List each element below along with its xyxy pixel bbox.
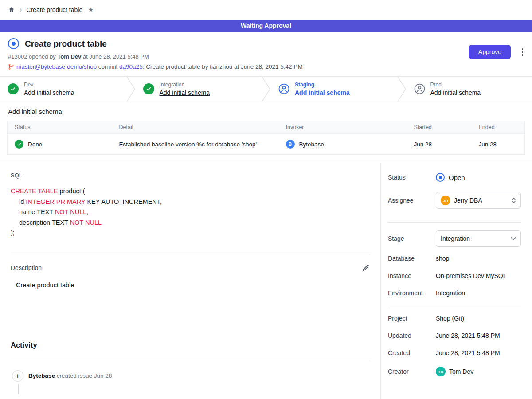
task-row[interactable]: Done Established baseline version %s for… xyxy=(8,134,525,155)
col-header-ended: Ended xyxy=(472,121,525,134)
edit-description-icon[interactable] xyxy=(362,264,370,272)
invoker-avatar: B xyxy=(286,140,295,149)
divider xyxy=(388,307,521,307)
assignee-name: Jerry DBA xyxy=(454,197,482,204)
commit-word: commit xyxy=(98,63,118,70)
col-header-status: Status xyxy=(8,121,112,134)
divider xyxy=(11,360,370,360)
divider xyxy=(11,254,370,254)
commit-line: master@bytebase-demo/shop commit da90a25… xyxy=(8,63,524,70)
issue-header: Create product table #13002 opened by To… xyxy=(0,32,532,76)
stage-person-icon xyxy=(414,83,425,94)
git-branch-icon xyxy=(8,63,14,70)
task-section: Add initial schema Status Detail Invoker… xyxy=(0,101,532,163)
stage-select-label: Stage xyxy=(388,235,436,242)
assignee-label: Assignee xyxy=(388,197,436,204)
stage-name: Prod xyxy=(430,82,481,88)
invoker-name: Bytebase xyxy=(299,141,324,148)
more-menu-icon[interactable] xyxy=(520,47,525,58)
done-icon xyxy=(15,140,23,149)
cell-status: Done xyxy=(8,134,112,155)
cell-invoker: B Bytebase xyxy=(279,134,407,155)
page-title: Create product table xyxy=(25,39,107,49)
stage-task: Add initial schema xyxy=(295,89,350,96)
status-text: Done xyxy=(28,141,42,148)
stage-person-icon xyxy=(278,83,289,94)
chevron-down-icon xyxy=(511,237,516,240)
sql-code: CREATE TABLE product ( id INTEGER PRIMAR… xyxy=(11,186,370,239)
stage-name: Staging xyxy=(295,82,350,88)
cell-ended: Jun 28 xyxy=(472,134,525,155)
issue-meta-prefix: #13002 opened by xyxy=(8,53,56,60)
project-value: Shop (Git) xyxy=(436,315,464,322)
issue-meta: #13002 opened by Tom Dev at June 28, 202… xyxy=(8,53,524,60)
stage-done-icon xyxy=(8,83,19,94)
stage-separator xyxy=(397,77,407,102)
stage-staging[interactable]: Staging Add initial schema xyxy=(271,77,397,101)
task-title: Add initial schema xyxy=(7,108,525,115)
commit-hash-link[interactable]: da90a25 xyxy=(119,63,143,70)
activity-title: Activity xyxy=(11,341,370,349)
sql-label: SQL xyxy=(11,172,370,179)
stage-name: Dev xyxy=(24,82,74,88)
status-label: Status xyxy=(388,174,436,181)
divider xyxy=(388,222,521,223)
updated-label: Updated xyxy=(388,332,436,339)
stage-task: Add initial schema xyxy=(160,89,210,96)
updated-value: June 28, 2021 5:48 PM xyxy=(436,332,500,339)
home-icon[interactable] xyxy=(8,6,15,13)
commit-branch-link[interactable]: master@bytebase-demo/shop xyxy=(16,63,97,70)
database-label: Database xyxy=(388,255,436,262)
stage-task: Add initial schema xyxy=(24,89,74,96)
activity-actor: Bytebase xyxy=(28,372,55,379)
database-value: shop xyxy=(436,255,449,262)
issue-author: Tom Dev xyxy=(57,53,81,60)
stage-select[interactable]: Integration xyxy=(436,230,521,247)
stage-separator xyxy=(126,77,136,102)
issue-sidebar: Status Open Assignee JD Jerry DBA Stage … xyxy=(380,163,532,399)
stage-task: Add initial schema xyxy=(430,89,481,96)
creator-name: Tom Dev xyxy=(449,368,473,375)
environment-label: Environment xyxy=(388,289,436,297)
favorite-star-icon[interactable]: ★ xyxy=(88,6,94,14)
pipeline: Dev Add initial schema Integration Add i… xyxy=(0,76,532,101)
activity-action: created issue Jun 28 xyxy=(57,372,112,379)
issue-open-status-icon xyxy=(8,38,19,49)
col-header-invoker: Invoker xyxy=(279,121,407,134)
activity-item: + Bytebase created issue Jun 28 xyxy=(11,370,370,382)
created-label: Created xyxy=(388,349,436,356)
col-header-started: Started xyxy=(407,121,472,134)
stage-separator xyxy=(261,77,271,102)
approval-banner-text: Waiting Approval xyxy=(241,22,291,29)
stage-prod[interactable]: Prod Add initial schema xyxy=(407,77,532,101)
creator-value: TD Tom Dev xyxy=(436,367,473,376)
stage-dev[interactable]: Dev Add initial schema xyxy=(0,77,126,101)
plus-icon[interactable]: + xyxy=(12,370,23,382)
stage-select-value: Integration xyxy=(441,235,470,242)
status-text: Open xyxy=(449,174,465,181)
creator-avatar: TD xyxy=(436,367,446,376)
cell-detail: Established baseline version %s for data… xyxy=(112,134,279,155)
creator-label: Creator xyxy=(388,368,436,375)
approval-banner: Waiting Approval xyxy=(0,20,532,32)
activity-text: Bytebase created issue Jun 28 xyxy=(28,372,112,379)
updown-chevron-icon xyxy=(512,197,516,204)
approve-button[interactable]: Approve xyxy=(469,45,511,59)
cell-started: Jun 28 xyxy=(407,134,472,155)
main-area: SQL CREATE TABLE product ( id INTEGER PR… xyxy=(0,163,532,399)
environment-value: Integration xyxy=(436,289,465,297)
assignee-select[interactable]: JD Jerry DBA xyxy=(436,192,521,209)
assignee-avatar: JD xyxy=(441,196,450,205)
status-value: Open xyxy=(436,173,465,182)
breadcrumb-chevron-icon: › xyxy=(20,6,22,13)
instance-value: On-premises Dev MySQL xyxy=(436,272,506,279)
breadcrumb-bar: › Create product table ★ xyxy=(0,0,532,20)
task-table: Status Detail Invoker Started Ended Done… xyxy=(7,121,525,155)
col-header-detail: Detail xyxy=(112,121,279,134)
instance-label: Instance xyxy=(388,272,436,279)
status-open-icon xyxy=(436,173,445,182)
description-label: Description xyxy=(11,264,42,271)
stage-integration[interactable]: Integration Add initial schema xyxy=(136,77,262,101)
project-label: Project xyxy=(388,315,436,322)
breadcrumb-current: Create product table xyxy=(26,6,82,13)
